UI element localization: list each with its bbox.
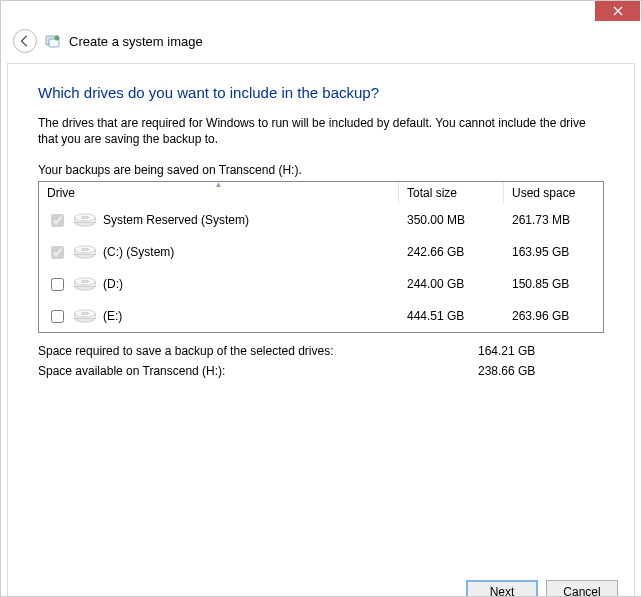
svg-point-17: [77, 286, 79, 288]
drive-icon: [73, 211, 97, 229]
header: Create a system image: [1, 23, 641, 63]
svg-point-21: [81, 312, 89, 315]
drive-checkbox[interactable]: [51, 278, 64, 291]
col-total[interactable]: Total size: [399, 182, 504, 204]
drive-icon: [73, 307, 97, 325]
sort-indicator-icon: ▲: [215, 180, 223, 189]
summary-available-value: 238.66 GB: [478, 364, 604, 378]
table-header: Drive ▲ Total size Used space: [39, 182, 603, 204]
app-icon: [45, 33, 61, 49]
cell-drive: (D:): [47, 275, 407, 294]
summary: Space required to save a backup of the s…: [38, 341, 604, 381]
col-used[interactable]: Used space: [504, 182, 603, 204]
cell-drive: (E:): [47, 307, 407, 326]
table-row[interactable]: (E:)444.51 GB263.96 GB: [39, 300, 603, 332]
drive-label: (E:): [103, 309, 122, 323]
svg-point-7: [77, 222, 79, 224]
svg-point-16: [81, 280, 89, 283]
page-title: Create a system image: [69, 34, 203, 49]
drive-icon: [73, 243, 97, 261]
back-button[interactable]: [13, 29, 37, 53]
next-button[interactable]: Next: [466, 580, 538, 597]
content-frame: Which drives do you want to include in t…: [7, 63, 635, 597]
svg-point-6: [81, 216, 89, 219]
col-drive[interactable]: Drive ▲: [39, 182, 399, 204]
col-used-label: Used space: [512, 186, 575, 200]
summary-required: Space required to save a backup of the s…: [38, 341, 604, 361]
cell-total: 244.00 GB: [407, 277, 512, 291]
drive-label: (C:) (System): [103, 245, 174, 259]
drive-label: (D:): [103, 277, 123, 291]
cell-used: 263.96 GB: [512, 309, 595, 323]
drive-label: System Reserved (System): [103, 213, 249, 227]
footer: Next Cancel: [8, 570, 634, 597]
col-drive-label: Drive: [47, 186, 75, 200]
cell-used: 150.85 GB: [512, 277, 595, 291]
heading: Which drives do you want to include in t…: [38, 84, 604, 101]
drive-checkbox: [51, 214, 64, 227]
cancel-button[interactable]: Cancel: [546, 580, 618, 597]
drives-table: Drive ▲ Total size Used space System Res…: [38, 181, 604, 333]
drive-checkbox[interactable]: [51, 310, 64, 323]
svg-point-11: [81, 248, 89, 251]
content: Which drives do you want to include in t…: [8, 64, 634, 570]
table-body: System Reserved (System)350.00 MB261.73 …: [39, 204, 603, 332]
drive-checkbox: [51, 246, 64, 259]
table-row[interactable]: System Reserved (System)350.00 MB261.73 …: [39, 204, 603, 236]
cell-used: 163.95 GB: [512, 245, 595, 259]
cell-drive: System Reserved (System): [47, 211, 407, 230]
table-row[interactable]: (C:) (System)242.66 GB163.95 GB: [39, 236, 603, 268]
summary-available-label: Space available on Transcend (H:):: [38, 364, 478, 378]
titlebar: [1, 1, 641, 23]
drive-icon: [73, 275, 97, 293]
col-total-label: Total size: [407, 186, 457, 200]
summary-required-value: 164.21 GB: [478, 344, 604, 358]
saved-on-text: Your backups are being saved on Transcen…: [38, 163, 604, 177]
cell-total: 444.51 GB: [407, 309, 512, 323]
summary-required-label: Space required to save a backup of the s…: [38, 344, 478, 358]
summary-available: Space available on Transcend (H:): 238.6…: [38, 361, 604, 381]
cell-used: 261.73 MB: [512, 213, 595, 227]
cell-total: 242.66 GB: [407, 245, 512, 259]
cell-total: 350.00 MB: [407, 213, 512, 227]
svg-point-12: [77, 254, 79, 256]
close-button[interactable]: [595, 1, 640, 21]
table-row[interactable]: (D:)244.00 GB150.85 GB: [39, 268, 603, 300]
cell-drive: (C:) (System): [47, 243, 407, 262]
svg-point-22: [77, 318, 79, 320]
description: The drives that are required for Windows…: [38, 115, 604, 147]
